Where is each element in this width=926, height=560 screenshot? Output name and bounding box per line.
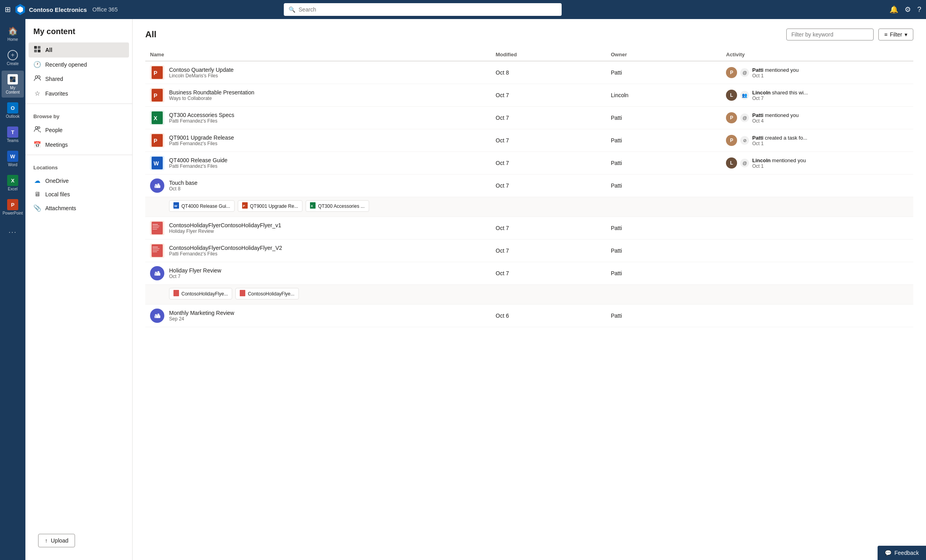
table-cell-activity	[721, 305, 913, 327]
activity-text: Patti created a task fo... Oct 1	[752, 135, 807, 146]
pill-label: QT9001 Upgrade Re...	[250, 203, 298, 209]
sidebar-item-teams[interactable]: T Teams	[2, 123, 24, 146]
file-subtitle: Oct 8	[169, 186, 198, 192]
sidebar-item-outlook[interactable]: O Outlook	[2, 99, 24, 122]
svg-point-26	[155, 184, 157, 186]
sidebar-item-excel[interactable]: X Excel	[2, 172, 24, 194]
table-cell-owner: Patti	[606, 175, 721, 197]
nav-item-favorites[interactable]: ☆ Favorites	[29, 86, 129, 100]
powerpoint-icon: P	[7, 199, 18, 210]
filter-keyword-input[interactable]	[786, 29, 874, 40]
nav-item-meetings[interactable]: 📅 Meetings	[29, 138, 129, 152]
file-tag-pill[interactable]: ContosoHolidayFlye...	[169, 288, 232, 299]
table-cell-name: Holiday Flyer Review Oct 7	[145, 262, 491, 285]
table-cell-name: W QT4000 Release Guide Patti Fernandez's…	[145, 152, 491, 175]
feedback-button[interactable]: 💬 Feedback	[878, 546, 926, 560]
filter-label: Filter	[890, 31, 902, 38]
table-row[interactable]: X QT300 Accessories Specs Patti Fernande…	[145, 107, 913, 129]
upload-button[interactable]: ↑ Upload	[38, 534, 75, 547]
table-cell-modified: Oct 7	[491, 107, 606, 129]
table-row[interactable]: ContosoHolidayFlyerContosoHolidayFlyer_v…	[145, 217, 913, 240]
file-name: QT9001 Upgrade Release	[169, 134, 234, 141]
file-type-icon: P	[150, 88, 164, 102]
svg-text:P: P	[154, 138, 157, 144]
activity-text: Patti mentioned you Oct 1	[752, 67, 799, 79]
nav-item-localfiles[interactable]: 🖥 Local files	[29, 188, 129, 201]
activity-icon: @	[740, 159, 749, 167]
file-tag-pill[interactable]: X QT300 Accessories ...	[306, 200, 369, 212]
sidebar-item-mycontent[interactable]: My Content	[2, 71, 24, 98]
file-name: ContosoHolidayFlyerContosoHolidayFlyer_V…	[169, 245, 282, 251]
table-row[interactable]: ContosoHolidayFlyerContosoHolidayFlyer_V…	[145, 240, 913, 262]
nav-item-onedrive[interactable]: ☁ OneDrive	[29, 174, 129, 188]
office365-label: Office 365	[92, 6, 118, 13]
create-icon: +	[7, 50, 18, 61]
table-cell-owner: Patti	[606, 217, 721, 240]
file-subtitle: Patti Fernandez's Files	[169, 118, 234, 124]
localfiles-icon: 🖥	[33, 191, 41, 198]
file-tag-pill[interactable]: W QT4000 Release Gui...	[169, 200, 235, 212]
table-row[interactable]: Holiday Flyer Review Oct 7 Oct 7 Patti	[145, 262, 913, 285]
file-type-icon	[150, 178, 164, 193]
page-title: All	[145, 29, 156, 40]
table-cell-owner: Patti	[606, 240, 721, 262]
table-cell-modified: Oct 7	[491, 240, 606, 262]
table-row[interactable]: Monthly Marketing Review Sep 24 Oct 6 Pa…	[145, 305, 913, 327]
nav-item-all[interactable]: All	[29, 42, 129, 58]
search-bar[interactable]: 🔍	[284, 3, 562, 16]
svg-point-12	[38, 127, 40, 129]
file-type-icon: P	[150, 133, 164, 148]
sidebar-item-home[interactable]: 🏠 Home	[2, 22, 24, 45]
table-cell-activity: P ⊘ Patti created a task fo... Oct 1	[721, 129, 913, 152]
pill-label: QT300 Accessories ...	[318, 203, 364, 209]
brand-logo: Contoso Electronics	[15, 4, 87, 15]
svg-text:W: W	[174, 204, 177, 208]
avatar: L	[726, 157, 737, 169]
col-header-owner: Owner	[606, 48, 721, 61]
svg-rect-39	[152, 244, 163, 257]
sidebar-item-powerpoint[interactable]: P PowerPoint	[2, 196, 24, 219]
icon-sidebar: 🏠 Home + Create My Content	[0, 19, 25, 560]
sidebar-item-word[interactable]: W Word	[2, 148, 24, 170]
sidebar-teams-label: Teams	[7, 138, 18, 143]
file-type-icon	[150, 221, 164, 235]
shared-icon	[33, 75, 41, 83]
help-icon[interactable]: ?	[917, 6, 921, 14]
sidebar-item-more[interactable]: ···	[2, 223, 24, 241]
nav-item-attachments[interactable]: 📎 Attachments	[29, 201, 129, 215]
sidebar-item-create[interactable]: + Create	[2, 46, 24, 69]
sidebar-excel-label: Excel	[8, 187, 17, 191]
nav-meetings-label: Meetings	[45, 142, 68, 148]
brand-hexagon-icon	[15, 4, 26, 15]
table-row[interactable]: Touch base Oct 8 Oct 7 Patti	[145, 175, 913, 197]
filter-button[interactable]: ≡ Filter ▾	[878, 29, 913, 40]
nav-item-people[interactable]: People	[29, 123, 129, 138]
file-type-icon: W	[150, 156, 164, 170]
table-row[interactable]: W QT4000 Release Guide Patti Fernandez's…	[145, 152, 913, 175]
table-cell-modified: Oct 6	[491, 305, 606, 327]
table-cell-activity: L @ Lincoln mentioned you Oct 1	[721, 152, 913, 175]
table-row[interactable]: P Business Roundtable Presentation Ways …	[145, 84, 913, 107]
excel-icon: X	[7, 175, 18, 186]
table-row[interactable]: P QT9001 Upgrade Release Patti Fernandez…	[145, 129, 913, 152]
table-cell-name: Monthly Marketing Review Sep 24	[145, 305, 491, 327]
pill-icon: W	[173, 202, 179, 210]
search-icon: 🔍	[289, 6, 295, 13]
file-tag-pill[interactable]: P QT9001 Upgrade Re...	[238, 200, 302, 212]
nav-item-shared[interactable]: Shared	[29, 71, 129, 86]
main-layout: 🏠 Home + Create My Content	[0, 19, 926, 560]
search-input[interactable]	[298, 6, 557, 13]
file-tag-pill[interactable]: ContosoHolidayFlye...	[235, 288, 298, 299]
table-row[interactable]: P Contoso Quarterly Update Lincoln DeMar…	[145, 61, 913, 84]
waffle-icon[interactable]: ⊞	[5, 5, 11, 14]
activity-icon: @	[740, 68, 749, 77]
table-cell-owner: Patti	[606, 129, 721, 152]
settings-icon[interactable]: ⚙	[905, 5, 911, 14]
notifications-icon[interactable]: 🔔	[889, 5, 898, 14]
file-subtitle: Patti Fernandez's Files	[169, 163, 227, 169]
svg-rect-7	[34, 50, 37, 52]
onedrive-icon: ☁	[33, 177, 41, 184]
nav-item-recently-opened[interactable]: 🕐 Recently opened	[29, 58, 129, 71]
file-subtitle: Ways to Collaborate	[169, 96, 254, 101]
table-cell-owner: Patti	[606, 61, 721, 84]
